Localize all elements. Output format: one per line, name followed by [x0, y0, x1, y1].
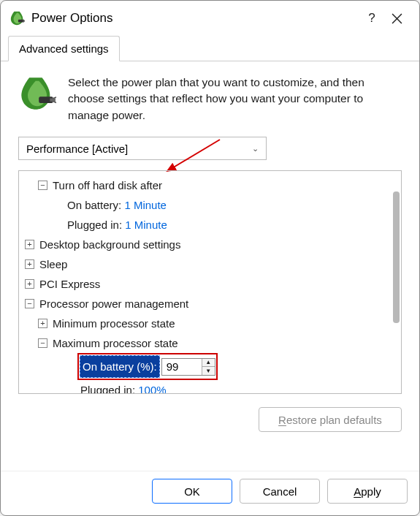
- svg-rect-1: [23, 20, 25, 22]
- tree-node-hard-disk[interactable]: − Turn off hard disk after: [22, 175, 398, 195]
- ok-button[interactable]: OK: [152, 479, 232, 504]
- power-options-icon: [9, 10, 26, 26]
- tree-node-min-processor[interactable]: + Minimum processor state: [22, 314, 398, 333]
- content-area: Select the power plan that you want to c…: [1, 61, 419, 471]
- close-icon: [392, 13, 402, 24]
- power-plan-icon: [18, 75, 56, 113]
- on-battery-pct-input[interactable]: [162, 359, 202, 375]
- expand-icon[interactable]: +: [25, 259, 34, 269]
- tree-leaf-hard-disk-plugged[interactable]: Plugged in: 1 Minute: [22, 215, 398, 235]
- plan-selected-label: Performance [Active]: [26, 143, 128, 155]
- tree-node-max-processor[interactable]: − Maximum processor state: [22, 333, 398, 353]
- tree-leaf-max-proc-battery[interactable]: On battery (%): ▲ ▼: [22, 353, 398, 380]
- tree-leaf-hard-disk-battery[interactable]: On battery: 1 Minute: [22, 195, 398, 215]
- on-battery-pct-label: On battery (%):: [80, 355, 160, 378]
- tree-node-desktop-bg[interactable]: + Desktop background settings: [22, 235, 398, 254]
- hard-disk-battery-value[interactable]: 1 Minute: [124, 199, 167, 211]
- collapse-icon[interactable]: −: [38, 338, 47, 348]
- chevron-down-icon: ⌄: [252, 144, 259, 153]
- intro-text: Select the power plan that you want to c…: [68, 75, 402, 124]
- help-button[interactable]: ?: [359, 7, 384, 29]
- scrollbar-thumb[interactable]: [393, 191, 400, 323]
- power-plan-dropdown[interactable]: Performance [Active] ⌄: [18, 137, 267, 160]
- collapse-icon[interactable]: −: [38, 181, 47, 190]
- settings-tree: − Turn off hard disk after On battery: 1…: [18, 170, 402, 394]
- tree-leaf-max-proc-plugged[interactable]: Plugged in: 100%: [22, 380, 398, 393]
- spinner-up-button[interactable]: ▲: [202, 359, 215, 368]
- tree-body: − Turn off hard disk after On battery: 1…: [19, 171, 401, 393]
- svg-line-6: [53, 96, 56, 98]
- collapse-icon[interactable]: −: [25, 299, 34, 308]
- tab-advanced-settings[interactable]: Advanced settings: [8, 36, 120, 61]
- svg-line-7: [53, 102, 56, 103]
- spinner-down-button[interactable]: ▼: [202, 367, 215, 375]
- svg-rect-5: [50, 99, 56, 102]
- cancel-button[interactable]: Cancel: [240, 479, 320, 504]
- power-options-dialog: Power Options ? Advanced settings: [0, 0, 420, 516]
- highlight-box: On battery (%): ▲ ▼: [77, 353, 218, 380]
- expand-icon[interactable]: +: [25, 240, 34, 249]
- dialog-footer: OK Cancel Apply: [1, 471, 419, 515]
- window-title: Power Options: [31, 11, 359, 26]
- expand-icon[interactable]: +: [25, 279, 34, 289]
- hard-disk-plugged-value[interactable]: 1 Minute: [125, 219, 167, 231]
- expand-icon[interactable]: +: [38, 319, 47, 328]
- on-battery-pct-spinner[interactable]: ▲ ▼: [161, 358, 215, 376]
- tree-node-sleep[interactable]: + Sleep: [22, 254, 398, 274]
- apply-button[interactable]: Apply: [327, 479, 408, 504]
- titlebar: Power Options ?: [1, 1, 419, 36]
- tree-node-processor[interactable]: − Processor power management: [22, 294, 398, 314]
- restore-defaults-button[interactable]: Restore plan defaults: [259, 407, 402, 432]
- intro-row: Select the power plan that you want to c…: [18, 75, 402, 124]
- tree-node-pci[interactable]: + PCI Express: [22, 274, 398, 294]
- max-proc-plugged-value[interactable]: 100%: [138, 384, 166, 393]
- tab-strip: Advanced settings: [1, 36, 419, 61]
- tree-scrollbar[interactable]: [391, 171, 400, 393]
- close-button[interactable]: [384, 7, 409, 29]
